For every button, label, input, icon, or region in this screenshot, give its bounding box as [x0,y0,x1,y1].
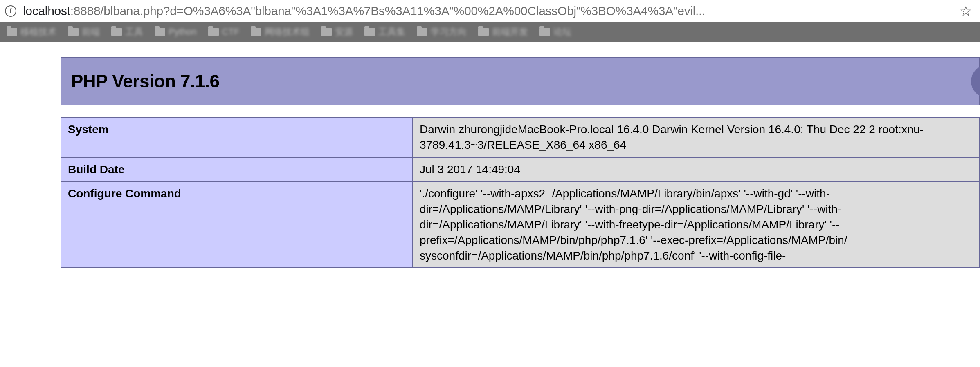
folder-icon [155,28,165,36]
phpinfo-value-configure-command: './configure' '--with-apxs2=/Application… [413,181,980,268]
bookmark-label: 网络技术组 [265,26,310,38]
php-logo-icon [971,65,980,98]
phpinfo-key-configure-command: Configure Command [61,181,413,268]
table-row: Build Date Jul 3 2017 14:49:04 [61,157,980,182]
bookmark-item[interactable]: 移植技术 [7,26,56,38]
folder-icon [539,28,550,36]
bookmark-label: 安源 [335,26,353,38]
bookmark-item[interactable]: 工具 [111,26,143,38]
phpinfo-value-build-date: Jul 3 2017 14:49:04 [413,157,980,182]
table-row: Configure Command './configure' '--with-… [61,181,980,268]
bookmark-item[interactable]: 工具集 [364,26,405,38]
url-host[interactable]: localhost [23,4,70,18]
bookmarks-toolbar: 移植技术 前端 工具 Python CTF 网络技术组 安源 工具集 学习方向 … [0,22,980,42]
phpinfo-key-build-date: Build Date [61,157,413,182]
phpinfo-key-system: System [61,117,413,157]
browser-address-bar: i localhost :8888/blbana.php?d=O%3A6%3A"… [0,0,980,22]
folder-icon [208,28,219,36]
page-content: PHP Version 7.1.6 System Darwin zhurongj… [0,42,980,268]
php-version-title: PHP Version 7.1.6 [71,71,969,92]
folder-icon [417,28,427,36]
phpinfo-table: System Darwin zhurongjideMacBook-Pro.loc… [61,117,980,268]
bookmark-item[interactable]: 论坛 [539,26,571,38]
url-path[interactable]: :8888/blbana.php?d=O%3A6%3A"blbana"%3A1%… [70,4,705,18]
folder-icon [251,28,261,36]
bookmark-item[interactable]: 学习方向 [417,26,467,38]
bookmark-label: 工具集 [378,26,405,38]
bookmark-item[interactable]: 前端 [68,26,100,38]
bookmark-label: Python [169,27,197,37]
bookmark-label: 前端开发 [492,26,528,38]
bookmark-item[interactable]: 网络技术组 [251,26,310,38]
bookmark-item[interactable]: CTF [208,27,240,37]
folder-icon [321,28,332,36]
bookmark-label: 移植技术 [20,26,56,38]
bookmark-label: 工具 [125,26,143,38]
folder-icon [7,28,17,36]
bookmark-label: 前端 [82,26,100,38]
bookmark-item[interactable]: Python [155,27,197,37]
folder-icon [478,28,489,36]
folder-icon [68,28,79,36]
bookmark-label: CTF [222,27,240,37]
phpinfo-header: PHP Version 7.1.6 [61,57,980,105]
bookmark-star-icon[interactable]: ☆ [960,3,972,19]
folder-icon [111,28,122,36]
bookmark-label: 论坛 [553,26,571,38]
bookmark-item[interactable]: 安源 [321,26,353,38]
bookmark-item[interactable]: 前端开发 [478,26,528,38]
site-info-icon[interactable]: i [5,5,16,17]
phpinfo-value-system: Darwin zhurongjideMacBook-Pro.local 16.4… [413,117,980,157]
table-row: System Darwin zhurongjideMacBook-Pro.loc… [61,117,980,157]
folder-icon [364,28,375,36]
bookmark-label: 学习方向 [431,26,467,38]
